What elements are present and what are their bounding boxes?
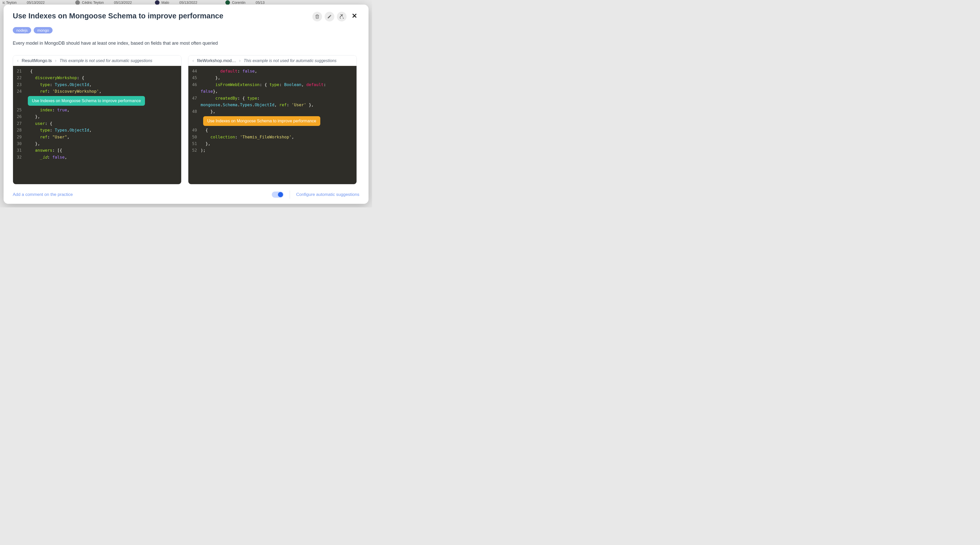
- header-actions: ✕: [312, 12, 360, 21]
- modal-footer: Add a comment on the practice Configure …: [13, 189, 360, 199]
- tag-list: nodejs mongo: [13, 27, 360, 33]
- bg-date: 05/13/2022: [27, 0, 45, 5]
- example-panel-1: ‹ ResultMongo.ts › This example is not u…: [13, 55, 181, 184]
- tag-nodejs[interactable]: nodejs: [13, 27, 31, 33]
- code: collection: 'Themis_FileWorkshop',: [200, 134, 294, 140]
- line-number: 25: [13, 107, 25, 113]
- auto-suggestions-toggle[interactable]: [272, 191, 283, 198]
- code: {: [200, 127, 208, 134]
- code: },: [25, 113, 40, 120]
- line-number: 27: [13, 120, 25, 127]
- code-block: 44 default: false, 45 }, 46 isFromWebExt…: [188, 66, 356, 184]
- example-filename: ResultMongo.ts: [22, 58, 52, 63]
- bg-name: Malo: [162, 0, 169, 5]
- code: discoveryWorkshop: {: [25, 75, 84, 81]
- examples-row[interactable]: ‹ ResultMongo.ts › This example is not u…: [13, 55, 360, 184]
- line-number: 26: [13, 113, 25, 120]
- example-note: This example is not used for automatic s…: [59, 59, 177, 63]
- code: },: [200, 75, 220, 81]
- example-panel-2: ‹ fileWorkshop.mod… › This example is no…: [188, 55, 357, 184]
- line-number: 32: [13, 154, 25, 161]
- code: type: Types.ObjectId,: [25, 127, 92, 134]
- tag-mongo[interactable]: mongo: [34, 27, 52, 33]
- example-note: This example is not used for automatic s…: [244, 59, 352, 63]
- trash-icon: [315, 14, 320, 19]
- footer-right: Configure automatic suggestions: [272, 191, 360, 199]
- code: index: true,: [25, 107, 69, 113]
- swords-button[interactable]: [337, 12, 347, 21]
- delete-button[interactable]: [312, 12, 322, 21]
- bg-date: 05/13: [256, 0, 265, 5]
- suggestion-pill[interactable]: Use Indexes on Mongoose Schema to improv…: [28, 96, 145, 106]
- bg-date: 05/13/2022: [180, 0, 197, 5]
- line-number: 24: [13, 88, 25, 95]
- line-number: 48: [188, 108, 200, 115]
- line-number: 46: [188, 81, 200, 88]
- line-number: 45: [188, 75, 200, 81]
- code: default: false,: [200, 68, 257, 75]
- code: },: [200, 108, 215, 115]
- add-comment-link[interactable]: Add a comment on the practice: [13, 192, 73, 197]
- example-header: ‹ fileWorkshop.mod… › This example is no…: [188, 56, 356, 66]
- line-number: 52: [188, 147, 200, 154]
- bg-name: Cédric Teyton: [82, 0, 103, 5]
- swords-icon: [339, 14, 344, 19]
- code: _id: false,: [25, 154, 67, 161]
- chevron-right-icon[interactable]: ›: [55, 58, 56, 63]
- suggestion-pill[interactable]: Use Indexes on Mongoose Schema to improv…: [203, 116, 320, 126]
- toggle-knob: [278, 192, 283, 197]
- line-number: 28: [13, 127, 25, 134]
- code: ref: 'DiscoveryWorkshop',: [25, 88, 102, 95]
- edit-button[interactable]: [325, 12, 334, 21]
- bg-date: 05/13/2022: [114, 0, 132, 5]
- configure-suggestions-link[interactable]: Configure automatic suggestions: [296, 192, 360, 197]
- line-number: 51: [188, 140, 200, 147]
- line-number: 22: [13, 75, 25, 81]
- code: },: [25, 140, 40, 147]
- chevron-left-icon[interactable]: ‹: [192, 58, 194, 63]
- pencil-icon: [327, 14, 332, 19]
- line-number: 49: [188, 127, 200, 134]
- line-number: 30: [13, 140, 25, 147]
- modal-header: Use Indexes on Mongoose Schema to improv…: [13, 12, 360, 21]
- code: createdBy: { type:: [200, 95, 262, 102]
- bg-name: Corentin: [232, 0, 245, 5]
- close-icon: ✕: [352, 12, 357, 20]
- code: isFromWebExtension: { type: Boolean, def…: [200, 81, 328, 88]
- code: false},: [200, 88, 218, 95]
- chevron-right-icon[interactable]: ›: [239, 58, 241, 63]
- example-header: ‹ ResultMongo.ts › This example is not u…: [13, 56, 181, 66]
- code: );: [200, 147, 205, 154]
- code: type: Types.ObjectId,: [25, 81, 92, 88]
- avatar: [75, 0, 80, 5]
- line-number: 47: [188, 95, 200, 102]
- practice-modal: Use Indexes on Mongoose Schema to improv…: [3, 5, 369, 204]
- line-number: 44: [188, 68, 200, 75]
- avatar: [225, 0, 230, 5]
- code: answers: [{: [25, 147, 62, 154]
- line-number: 50: [188, 134, 200, 140]
- close-button[interactable]: ✕: [352, 12, 360, 20]
- line-number: [188, 102, 200, 108]
- line-number: [188, 88, 200, 95]
- code: user: {: [25, 120, 52, 127]
- avatar: [155, 0, 159, 5]
- code: mongoose.Schema.Types.ObjectId, ref: 'Us…: [200, 102, 313, 108]
- chevron-left-icon[interactable]: ‹: [17, 58, 19, 63]
- line-number: 31: [13, 147, 25, 154]
- modal-description: Every model in MongoDB should have at le…: [13, 41, 360, 46]
- line-number: 23: [13, 81, 25, 88]
- code-block: 21 { 22 discoveryWorkshop: { 23 type: Ty…: [13, 66, 181, 184]
- line-number: 29: [13, 134, 25, 140]
- modal-title: Use Indexes on Mongoose Schema to improv…: [13, 12, 223, 20]
- divider: [290, 191, 290, 199]
- bg-name: ic Teyton: [3, 0, 17, 5]
- line-number: 21: [13, 68, 25, 75]
- code: {: [25, 68, 33, 75]
- example-filename: fileWorkshop.mod…: [197, 58, 236, 63]
- background-list-row: ic Teyton 05/13/2022 Cédric Teyton 05/13…: [0, 0, 372, 5]
- code: },: [200, 140, 210, 147]
- code: ref: "User",: [25, 134, 69, 140]
